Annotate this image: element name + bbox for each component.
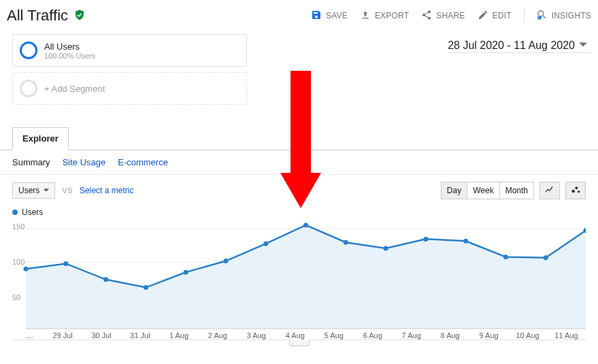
legend-dot-icon — [12, 210, 18, 215]
edit-label: EDIT — [493, 11, 512, 20]
caret-down-icon — [44, 186, 49, 195]
svg-point-9 — [24, 267, 29, 271]
svg-point-20 — [463, 239, 468, 244]
add-segment-button[interactable]: + Add Segment — [12, 72, 247, 105]
save-label: SAVE — [326, 11, 348, 20]
granularity-week[interactable]: Week — [467, 182, 499, 199]
page-title: All Traffic — [7, 7, 68, 24]
metric-dropdown[interactable]: Users — [12, 182, 55, 199]
x-label-11: 8 Aug — [431, 331, 469, 340]
x-label-7: 4 Aug — [276, 331, 314, 340]
svg-point-12 — [144, 285, 148, 290]
toolbar-divider — [524, 8, 525, 23]
share-button[interactable]: SHARE — [421, 10, 465, 22]
insights-button[interactable]: 1 INSIGHTS — [537, 10, 591, 22]
select-metric-link[interactable]: Select a metric — [80, 186, 133, 195]
x-label-1: 29 Jul — [44, 331, 82, 340]
x-label-13: 10 Aug — [508, 331, 547, 340]
caret-down-icon — [579, 39, 587, 52]
vs-label: VS — [62, 186, 73, 195]
x-label-0: … — [26, 331, 44, 340]
segment-all-users-title: All Users — [44, 42, 95, 52]
add-segment-label: + Add Segment — [44, 84, 105, 94]
y-label-100: 100 — [12, 258, 24, 266]
date-range-label: 28 Jul 2020 - 11 Aug 2020 — [448, 39, 575, 52]
x-label-8: 5 Aug — [314, 331, 353, 340]
svg-point-21 — [503, 254, 508, 259]
subnav-summary[interactable]: Summary — [12, 157, 50, 167]
insights-icon: 1 — [537, 10, 548, 22]
legend-series-1: Users — [22, 208, 43, 217]
x-label-10: 7 Aug — [392, 331, 431, 340]
svg-point-18 — [384, 246, 388, 251]
y-label-150: 150 — [12, 222, 24, 231]
verified-shield-icon — [73, 9, 86, 23]
x-label-3: 31 Jul — [121, 331, 160, 340]
x-label-2: 30 Jul — [82, 331, 121, 340]
chart-type-line-button[interactable] — [539, 182, 560, 199]
chart-resize-handle[interactable] — [289, 340, 310, 346]
granularity-day[interactable]: Day — [442, 182, 467, 199]
subnav-ecommerce[interactable]: E-commerce — [118, 157, 168, 167]
svg-point-22 — [544, 255, 548, 260]
svg-point-11 — [103, 277, 108, 282]
subnav-site-usage[interactable]: Site Usage — [63, 157, 106, 167]
x-axis: … 29 Jul 30 Jul 31 Jul 1 Aug 2 Aug 3 Aug… — [12, 331, 586, 340]
save-icon — [311, 10, 322, 22]
date-range-picker[interactable]: 28 Jul 2020 - 11 Aug 2020 — [448, 34, 591, 53]
share-icon — [421, 10, 432, 22]
edit-button[interactable]: EDIT — [478, 10, 512, 22]
export-button[interactable]: EXPORT — [360, 10, 409, 22]
svg-point-15 — [263, 242, 268, 246]
segment-all-users[interactable]: All Users 100.00% Users — [12, 34, 247, 67]
svg-point-10 — [63, 261, 68, 266]
svg-point-13 — [184, 270, 188, 275]
svg-point-19 — [423, 237, 428, 242]
x-label-5: 2 Aug — [198, 331, 237, 340]
granularity-month[interactable]: Month — [500, 182, 533, 199]
motion-chart-icon — [570, 184, 581, 197]
share-label: SHARE — [436, 11, 465, 20]
x-label-6: 3 Aug — [237, 331, 276, 340]
segment-ring-icon — [20, 42, 37, 59]
export-label: EXPORT — [375, 11, 409, 20]
x-label-4: 1 Aug — [159, 331, 198, 340]
x-label-14: 11 Aug — [547, 331, 586, 340]
chart-legend: Users — [12, 208, 586, 217]
tab-explorer[interactable]: Explorer — [12, 127, 69, 150]
svg-point-4 — [575, 186, 578, 189]
edit-icon — [478, 10, 488, 22]
save-button[interactable]: SAVE — [311, 10, 348, 22]
svg-point-14 — [223, 259, 228, 263]
x-label-12: 9 Aug — [469, 331, 508, 340]
x-label-9: 6 Aug — [353, 331, 392, 340]
svg-point-16 — [303, 222, 308, 227]
svg-point-5 — [578, 191, 580, 193]
metric-dropdown-label: Users — [18, 186, 39, 195]
users-line-chart[interactable]: 150 100 50 — [12, 218, 586, 330]
svg-point-17 — [344, 240, 348, 245]
segment-ring-grey-icon — [20, 80, 37, 97]
export-icon — [360, 10, 371, 22]
svg-point-3 — [571, 189, 575, 193]
segment-all-users-subtitle: 100.00% Users — [44, 52, 95, 60]
line-chart-icon — [544, 184, 555, 197]
chart-type-motion-button[interactable] — [565, 182, 586, 199]
insights-label: INSIGHTS — [552, 11, 591, 20]
y-label-50: 50 — [12, 293, 20, 301]
